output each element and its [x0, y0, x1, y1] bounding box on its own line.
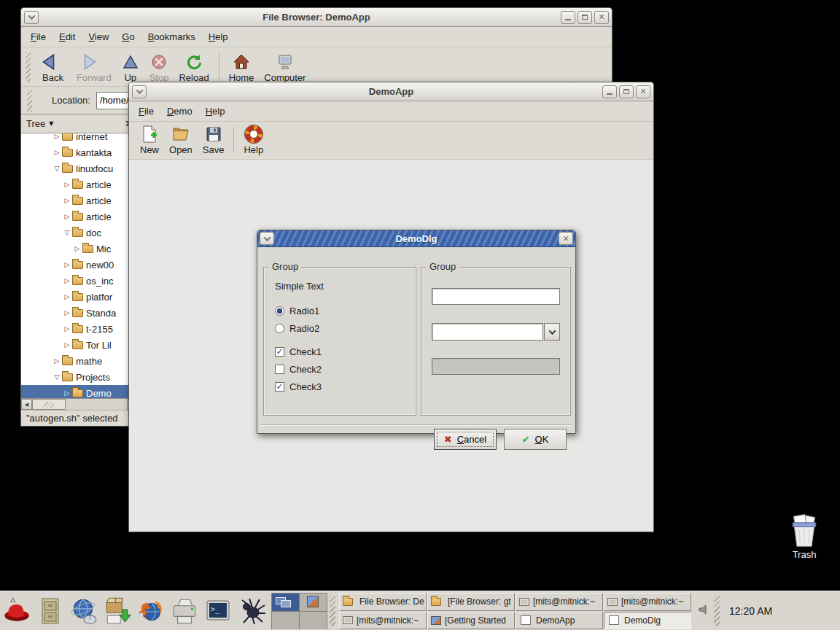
workspace-switcher[interactable] — [271, 593, 327, 629]
tree-row[interactable]: ▷new00 — [21, 257, 128, 273]
computer-button[interactable]: Computer — [259, 50, 311, 84]
menu-help[interactable]: Help — [199, 103, 232, 120]
cancel-button[interactable]: ✖ Cancel — [434, 429, 497, 450]
tree-row[interactable]: ▷Tor Lil — [21, 337, 128, 353]
tree-row[interactable]: ▷internet — [21, 133, 128, 144]
expander-expanded-icon[interactable]: ▽ — [52, 165, 62, 172]
tree-row[interactable]: ▷platfor — [21, 289, 128, 305]
workspace-2[interactable] — [300, 594, 327, 611]
taskbar-window-button[interactable]: [Getting Started — [427, 612, 515, 629]
expander-collapsed-icon[interactable]: ▷ — [52, 133, 62, 140]
expander-collapsed-icon[interactable]: ▷ — [62, 277, 72, 284]
combo-box[interactable] — [432, 323, 560, 341]
menu-bookmarks[interactable]: Bookmarks — [141, 28, 202, 45]
demoapp-titlebar[interactable]: DemoApp ✕ — [129, 82, 653, 101]
expander-collapsed-icon[interactable]: ▷ — [62, 197, 72, 204]
panel-grip[interactable] — [330, 596, 335, 626]
tree-row[interactable]: ▷article — [21, 209, 128, 225]
demodlg-titlebar[interactable]: DemoDlg ✕ — [257, 230, 575, 247]
expander-collapsed-icon[interactable]: ▷ — [62, 181, 72, 188]
workspace-3[interactable] — [272, 612, 299, 629]
tree-row[interactable]: ▷Mic — [21, 241, 128, 257]
home-button[interactable]: Home — [224, 50, 260, 84]
up-button[interactable]: Up — [117, 50, 144, 84]
tree-row[interactable]: ▷mathe — [21, 353, 128, 369]
tree-row-selected[interactable]: ▷Demo — [21, 385, 128, 398]
check1-option[interactable]: Check1 — [275, 346, 322, 357]
tree-row[interactable]: ▽linuxfocu — [21, 160, 128, 176]
back-button[interactable]: Back — [34, 50, 71, 84]
workspace-4[interactable] — [300, 612, 327, 629]
radio-button-icon[interactable] — [275, 306, 284, 316]
expander-expanded-icon[interactable]: ▽ — [52, 373, 62, 381]
save-button[interactable]: Save — [198, 122, 230, 156]
terminal-launcher[interactable]: >_ — [201, 594, 235, 629]
expander-collapsed-icon[interactable]: ▷ — [62, 261, 72, 268]
window-menu-button[interactable] — [24, 11, 39, 24]
menu-file[interactable]: File — [24, 28, 52, 45]
stop-button[interactable]: Stop — [144, 50, 174, 84]
expander-collapsed-icon[interactable]: ▷ — [52, 357, 62, 365]
menu-demo[interactable]: Demo — [160, 103, 199, 120]
web-browser-launcher[interactable] — [67, 594, 101, 629]
expander-collapsed-icon[interactable]: ▷ — [52, 149, 62, 156]
radio2-option[interactable]: Radio2 — [275, 323, 319, 334]
expander-collapsed-icon[interactable]: ▷ — [62, 325, 72, 332]
toolbar-grip[interactable] — [26, 52, 31, 82]
combo-dropdown-button[interactable] — [544, 323, 560, 341]
file-browser-titlebar[interactable]: File Browser: DemoApp ✕ — [21, 8, 612, 27]
volume-control[interactable] — [697, 602, 712, 619]
print-manager-launcher[interactable] — [168, 594, 201, 629]
package-tool-launcher[interactable] — [101, 594, 134, 629]
menu-view[interactable]: View — [82, 28, 115, 45]
workspace-1-active[interactable] — [272, 594, 299, 611]
window-menu-button[interactable] — [260, 232, 274, 245]
file-manager-launcher[interactable] — [34, 594, 67, 629]
ok-button[interactable]: ✔ OK — [504, 429, 567, 450]
forward-button[interactable]: Forward — [71, 50, 117, 84]
taskbar-window-button[interactable]: [File Browser: gt — [427, 593, 515, 611]
tree-row[interactable]: ▽doc — [21, 225, 128, 241]
expander-collapsed-icon[interactable]: ▷ — [62, 389, 72, 397]
taskbar-window-button-active[interactable]: DemoDlg — [604, 612, 691, 629]
tree-horizontal-scrollbar[interactable]: ◀ ▶ — [21, 398, 138, 410]
menu-file[interactable]: File — [132, 103, 160, 120]
tree-row[interactable]: ▷Standa — [21, 305, 128, 321]
expander-collapsed-icon[interactable]: ▷ — [62, 341, 72, 349]
maximize-button[interactable] — [578, 11, 592, 24]
tree-row[interactable]: ▷t-2155 — [21, 321, 128, 337]
trash-desktop-icon[interactable]: Trash — [780, 514, 828, 560]
scrollbar-thumb[interactable] — [32, 399, 66, 410]
location-bar-grip[interactable] — [27, 89, 32, 112]
clock-grip[interactable] — [714, 596, 720, 626]
bug-tool-launcher[interactable] — [235, 594, 268, 629]
expander-collapsed-icon[interactable]: ▷ — [62, 213, 72, 220]
text-entry[interactable] — [432, 288, 560, 305]
open-button[interactable]: Open — [164, 122, 198, 156]
expander-collapsed-icon[interactable]: ▷ — [62, 293, 72, 300]
close-button[interactable]: ✕ — [636, 85, 650, 98]
tree-row[interactable]: ▽Projects — [21, 369, 128, 385]
window-menu-button[interactable] — [132, 85, 147, 98]
expander-expanded-icon[interactable]: ▽ — [62, 229, 72, 236]
reload-button[interactable]: Reload — [174, 50, 214, 84]
radio1-option[interactable]: Radio1 — [275, 306, 319, 316]
close-button[interactable]: ✕ — [594, 11, 609, 24]
new-button[interactable]: New — [135, 122, 164, 156]
tree-row[interactable]: ▷kantakta — [21, 144, 128, 160]
taskbar-window-button[interactable]: [mits@mitnick:~ — [604, 593, 691, 611]
tree-row[interactable]: ▷article — [21, 176, 128, 192]
expander-collapsed-icon[interactable]: ▷ — [72, 245, 82, 252]
tree-row[interactable]: ▷article — [21, 192, 128, 209]
check3-option[interactable]: Check3 — [275, 381, 322, 392]
menu-help[interactable]: Help — [202, 28, 235, 45]
taskbar-window-button[interactable]: File Browser: De — [339, 593, 427, 611]
combo-entry[interactable] — [432, 323, 543, 341]
side-pane-view-label[interactable]: Tree — [26, 118, 45, 129]
checkbox-icon[interactable] — [275, 347, 284, 357]
taskbar-window-button[interactable]: [mits@mitnick:~ — [516, 593, 603, 611]
expander-collapsed-icon[interactable]: ▷ — [62, 309, 72, 316]
checkbox-icon[interactable] — [275, 382, 284, 392]
help-button[interactable]: Help — [238, 122, 268, 156]
close-button[interactable]: ✕ — [559, 232, 573, 245]
